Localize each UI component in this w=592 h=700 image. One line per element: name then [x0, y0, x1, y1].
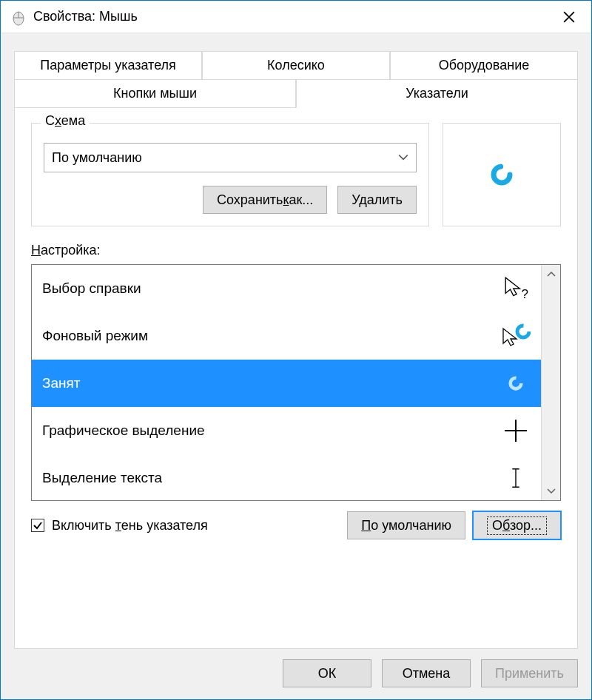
cursor-listbox: Выбор справки ? Фоновый режим	[31, 264, 561, 501]
svg-point-3	[517, 326, 529, 337]
apply-button[interactable]: Применить	[481, 659, 578, 687]
shadow-checkbox[interactable]	[31, 519, 44, 532]
svg-point-4	[511, 378, 522, 389]
arrow-ring-icon	[501, 323, 531, 349]
cancel-button[interactable]: Отмена	[382, 659, 471, 687]
dialog-body: Параметры указателя Колесико Оборудовани…	[14, 51, 578, 649]
chevron-down-icon	[398, 154, 408, 161]
scroll-up-icon[interactable]	[542, 265, 560, 283]
cross-icon	[501, 418, 531, 443]
dialog-outer: Параметры указателя Колесико Оборудовани…	[1, 33, 591, 699]
tab-wheel[interactable]: Колесико	[202, 52, 390, 80]
ibeam-icon	[501, 467, 531, 489]
scheme-combobox[interactable]: По умолчанию	[44, 143, 417, 172]
dialog-button-row: ОК Отмена Применить	[14, 649, 578, 699]
tab-hardware[interactable]: Оборудование	[390, 52, 577, 80]
scheme-selected: По умолчанию	[52, 150, 142, 166]
tabs-row-1: Параметры указателя Колесико Оборудовани…	[15, 52, 577, 80]
svg-text:?: ?	[521, 287, 528, 301]
shadow-label: Включить тень указателя	[52, 518, 208, 534]
customize-label: Настройка:	[31, 243, 561, 258]
ok-button[interactable]: ОК	[283, 659, 371, 687]
ring-icon	[501, 375, 531, 391]
save-as-button[interactable]: Сохранить как...	[203, 186, 327, 214]
tab-pointers[interactable]: Указатели	[296, 80, 577, 108]
defaults-button[interactable]: По умолчанию	[347, 511, 465, 539]
arrow-help-icon: ?	[501, 276, 531, 301]
close-button[interactable]	[551, 1, 587, 33]
list-item[interactable]: Выделение текста	[32, 454, 541, 500]
list-item[interactable]: Занят	[32, 360, 541, 407]
titlebar: Свойства: Мышь	[1, 1, 591, 33]
tab-pointer-params[interactable]: Параметры указателя	[15, 52, 202, 80]
scheme-legend: Схема	[41, 113, 90, 129]
tabs-row-2: Кнопки мыши Указатели	[15, 80, 577, 108]
mouse-icon	[10, 8, 27, 26]
tab-content: Схема По умолчанию Сохранить как... Удал…	[15, 108, 577, 547]
scheme-fieldset: Схема По умолчанию Сохранить как... Удал…	[31, 123, 429, 226]
list-item[interactable]: Фоновый режим	[32, 312, 541, 360]
browse-button[interactable]: Обзор...	[473, 511, 561, 539]
tab-buttons[interactable]: Кнопки мыши	[15, 80, 296, 108]
scrollbar[interactable]	[541, 265, 560, 500]
svg-point-1	[494, 166, 510, 183]
list-item[interactable]: Графическое выделение	[32, 407, 541, 454]
busy-ring-icon	[490, 163, 514, 186]
delete-button[interactable]: Удалить	[337, 186, 417, 214]
window-title: Свойства: Мышь	[33, 9, 551, 24]
cursor-preview-box	[443, 123, 561, 226]
list-item[interactable]: Выбор справки ?	[32, 265, 541, 312]
scroll-down-icon[interactable]	[542, 482, 560, 500]
